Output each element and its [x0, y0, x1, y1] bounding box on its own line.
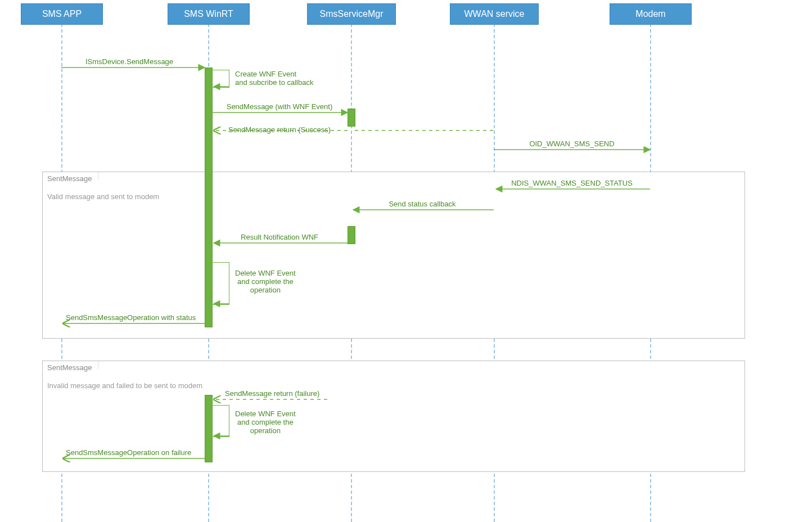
activation-winrt-fail [205, 395, 213, 462]
actor-modem: Modem [610, 3, 692, 25]
actor-wwan-service: WWAN service [450, 3, 539, 25]
msg-result-wnf: Result Notification WNF [241, 233, 318, 241]
msg-send-message: ISmsDevice.SendMessage [85, 57, 173, 66]
msg-ndis: NDIS_WWAN_SMS_SEND_STATUS [511, 179, 633, 187]
actor-sms-winrt: SMS WinRT [168, 3, 250, 25]
fragment-note: Valid message and sent to modem [47, 192, 159, 201]
fragment-label: SentMessage [42, 172, 98, 185]
activation-winrt-main [205, 68, 213, 327]
msg-op-status: SendSmsMessageOperation with status [66, 313, 196, 322]
activation-svc-2 [348, 226, 355, 244]
msg-op-failure: SendSmsMessageOperation on failure [66, 448, 191, 457]
msg-sendmsg-wnf: SendMessage (with WNF Event) [227, 102, 333, 111]
sequence-diagram: SMS APP SMS WinRT SmsServiceMgr WWAN ser… [0, 0, 812, 522]
msg-oid: OID_WWAN_SMS_SEND [529, 140, 614, 148]
selfmsg-create-wnf [212, 70, 229, 88]
msg-delete-wnf-2: Delete WNF Event and complete the operat… [235, 410, 296, 435]
msg-create-wnf: Create WNF Event and subcribe to callbac… [235, 70, 313, 87]
actor-smsservicemgr: SmsServiceMgr [307, 3, 396, 25]
msg-sendmsg-success: SendMessage return (Success) [228, 125, 331, 134]
fragment-note: Invalid message and failed to be sent to… [47, 381, 202, 390]
msg-status-callback: Send status callback [389, 200, 455, 208]
selfmsg-delete-wnf2 [212, 405, 229, 437]
activation-svc-1 [348, 109, 355, 127]
msg-sendmsg-failure: SendMessage return (failure) [225, 389, 319, 398]
selfmsg-delete-wnf1 [212, 262, 229, 305]
actor-sms-app: SMS APP [21, 3, 103, 25]
fragment-label: SentMessage [42, 361, 98, 374]
msg-delete-wnf-1: Delete WNF Event and complete the operat… [235, 269, 296, 294]
